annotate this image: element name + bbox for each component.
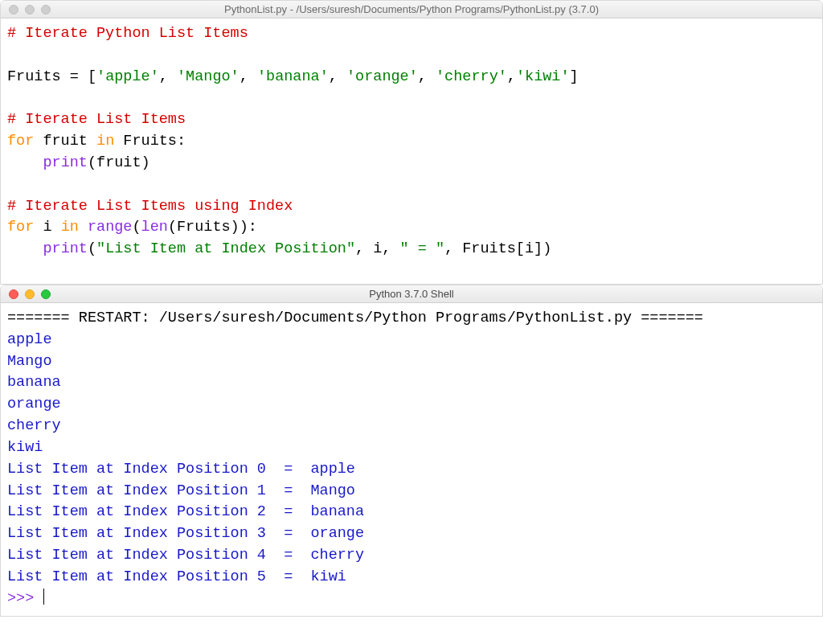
shell-output-line: kiwi [7, 437, 816, 459]
shell-output-line: banana [7, 372, 816, 394]
shell-output-line: List Item at Index Position 1 = Mango [7, 481, 816, 502]
code-keyword-for: for [7, 133, 34, 150]
shell-titlebar[interactable]: Python 3.7.0 Shell [1, 285, 822, 303]
code-editor[interactable]: # Iterate Python List Items Fruits = ['a… [1, 18, 822, 284]
shell-prompt: >>> [7, 590, 43, 607]
close-icon[interactable] [9, 289, 18, 299]
close-icon[interactable] [9, 5, 18, 14]
zoom-icon[interactable] [41, 5, 51, 14]
code-builtin-len: len [141, 219, 168, 236]
code-keyword-in: in [96, 133, 114, 150]
shell-restart-line: ======= RESTART: /Users/suresh/Documents… [7, 310, 703, 326]
code-comment: # Iterate List Items using Index [7, 198, 293, 215]
minimize-icon[interactable] [25, 289, 35, 299]
minimize-icon[interactable] [25, 5, 35, 14]
shell-output-line: List Item at Index Position 5 = kiwi [7, 567, 816, 589]
code-builtin-range: range [88, 219, 133, 236]
shell-window: Python 3.7.0 Shell ======= RESTART: /Use… [0, 285, 823, 617]
cursor-icon [43, 589, 44, 605]
code-var: Fruits [7, 68, 61, 85]
shell-output-line: List Item at Index Position 2 = banana [7, 502, 816, 523]
editor-window: PythonList.py - /Users/suresh/Documents/… [0, 0, 823, 285]
shell-output-line: List Item at Index Position 3 = orange [7, 523, 816, 545]
code-builtin-print: print [43, 240, 88, 257]
shell-output-line: orange [7, 394, 816, 416]
zoom-icon[interactable] [41, 289, 51, 299]
shell-traffic-lights [9, 289, 51, 299]
code-comment: # Iterate List Items [7, 111, 186, 128]
shell-output-line: List Item at Index Position 0 = apple [7, 459, 816, 481]
shell-output-line: cherry [7, 416, 816, 437]
shell-output-line: apple [7, 330, 816, 351]
code-builtin-print: print [43, 154, 88, 171]
code-keyword-for: for [7, 219, 34, 236]
code-keyword-in: in [61, 219, 79, 236]
editor-window-title: PythonList.py - /Users/suresh/Documents/… [7, 3, 816, 15]
shell-output-line: List Item at Index Position 4 = cherry [7, 545, 816, 567]
code-comment: # Iterate Python List Items [7, 25, 248, 42]
editor-titlebar[interactable]: PythonList.py - /Users/suresh/Documents/… [1, 1, 822, 18]
shell-output: appleMangobananaorangecherrykiwiList Ite… [7, 330, 816, 589]
shell-output-line: Mango [7, 351, 816, 373]
shell-output-area[interactable]: ======= RESTART: /Users/suresh/Documents… [1, 303, 822, 616]
shell-window-title: Python 3.7.0 Shell [7, 288, 816, 300]
editor-traffic-lights [9, 5, 51, 14]
